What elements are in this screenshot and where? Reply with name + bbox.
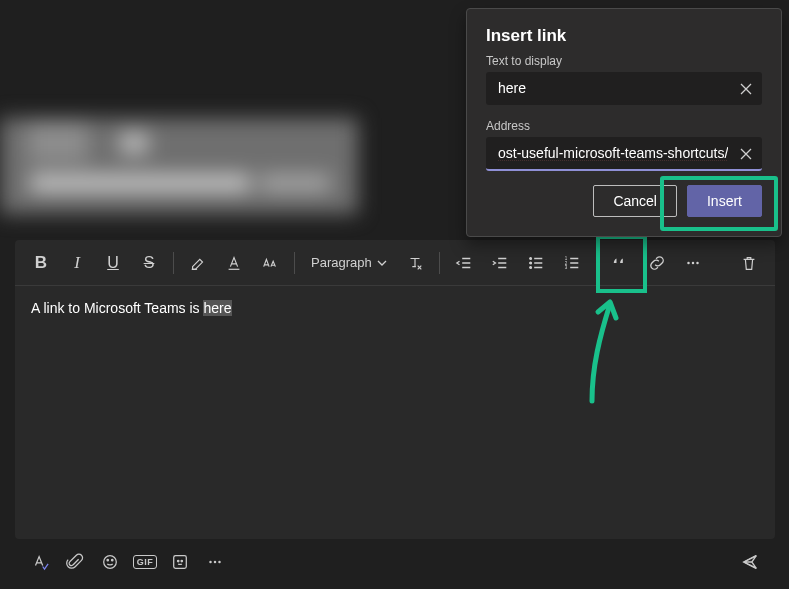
svg-point-15 [209, 561, 212, 564]
insert-link-button[interactable] [641, 247, 673, 279]
clear-address-icon[interactable] [738, 146, 754, 162]
send-button[interactable] [737, 549, 763, 575]
separator [173, 252, 174, 274]
editor-text: A link to Microsoft Teams is [31, 300, 203, 316]
sticker-button[interactable] [167, 549, 193, 575]
bullet-list-button[interactable] [520, 247, 552, 279]
attach-button[interactable] [62, 549, 88, 575]
strikethrough-button[interactable]: S [133, 247, 165, 279]
editor-content[interactable]: A link to Microsoft Teams is here [15, 286, 775, 330]
clear-formatting-button[interactable] [399, 247, 431, 279]
gif-button[interactable]: GIF [132, 549, 158, 575]
svg-point-7 [691, 261, 694, 264]
more-options-button[interactable] [677, 247, 709, 279]
text-to-display-input[interactable] [486, 72, 762, 105]
font-color-button[interactable] [218, 247, 250, 279]
text-to-display-label: Text to display [486, 54, 762, 68]
quote-button[interactable] [605, 247, 637, 279]
underline-button[interactable]: U [97, 247, 129, 279]
highlight-button[interactable] [182, 247, 214, 279]
chevron-down-icon [377, 258, 387, 268]
svg-point-0 [529, 257, 531, 259]
format-button[interactable] [27, 549, 53, 575]
bold-button[interactable]: B [25, 247, 57, 279]
separator [294, 252, 295, 274]
address-input[interactable] [486, 137, 762, 171]
insert-link-dialog: Insert link Text to display Address Canc… [466, 8, 782, 237]
editor-selected-text: here [203, 300, 231, 316]
separator [439, 252, 440, 274]
svg-point-14 [181, 560, 182, 561]
italic-button[interactable]: I [61, 247, 93, 279]
svg-point-13 [177, 560, 178, 561]
svg-point-9 [104, 556, 117, 569]
numbered-list-button[interactable]: 123 [556, 247, 588, 279]
svg-point-11 [112, 559, 113, 560]
svg-point-6 [687, 261, 690, 264]
font-size-button[interactable] [254, 247, 286, 279]
gif-label: GIF [133, 555, 158, 569]
svg-rect-12 [174, 556, 187, 569]
compose-editor: B I U S Paragraph 12 [15, 240, 775, 539]
compose-bottom-bar: GIF [15, 544, 775, 580]
insert-button[interactable]: Insert [687, 185, 762, 217]
more-actions-button[interactable] [202, 549, 228, 575]
dialog-title: Insert link [486, 26, 762, 46]
cancel-button[interactable]: Cancel [593, 185, 677, 217]
paragraph-dropdown[interactable]: Paragraph [303, 255, 395, 270]
clear-text-icon[interactable] [738, 81, 754, 97]
svg-point-10 [107, 559, 108, 560]
conversation-header-blurred [0, 118, 358, 214]
svg-point-1 [529, 262, 531, 264]
address-label: Address [486, 119, 762, 133]
delete-button[interactable] [733, 247, 765, 279]
svg-point-8 [696, 261, 699, 264]
outdent-button[interactable] [448, 247, 480, 279]
svg-point-2 [529, 266, 531, 268]
paragraph-label: Paragraph [311, 255, 372, 270]
separator [596, 252, 597, 274]
svg-point-17 [218, 561, 221, 564]
emoji-button[interactable] [97, 549, 123, 575]
indent-button[interactable] [484, 247, 516, 279]
formatting-toolbar: B I U S Paragraph 12 [15, 240, 775, 286]
svg-text:3: 3 [565, 265, 568, 270]
svg-point-16 [214, 561, 217, 564]
